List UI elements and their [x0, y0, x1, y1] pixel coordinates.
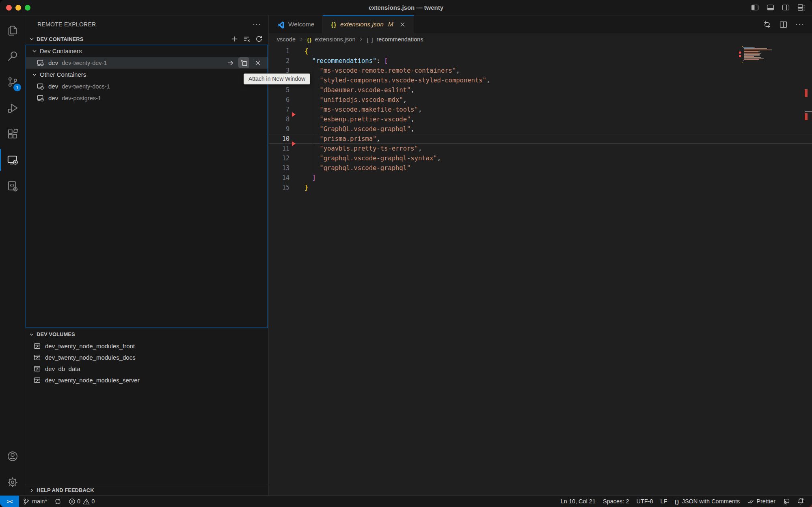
code-line[interactable]: 10 "prisma.prisma",: [269, 134, 812, 144]
code-line[interactable]: 12 "graphql.vscode-graphql-syntax",: [269, 153, 812, 163]
tab-extensions-json[interactable]: {} extensions.json M: [323, 15, 414, 33]
code-line[interactable]: 14 ]: [269, 173, 812, 183]
activity-settings[interactable]: [0, 469, 25, 495]
tree-item-dev-twenty-dev-1[interactable]: dev dev-twenty-dev-1: [26, 57, 268, 69]
explorer-icon: [6, 24, 19, 36]
containers-icon: [6, 180, 19, 192]
section-dev-containers[interactable]: DEV CONTAINERS: [25, 33, 268, 45]
toggle-panel-icon[interactable]: [766, 3, 775, 12]
volume-item[interactable]: dev_twenty_node_modules_docs: [25, 352, 268, 363]
branch-status-item[interactable]: main*: [19, 496, 51, 507]
breadcrumb-file[interactable]: extensions.json: [315, 36, 356, 43]
code-line[interactable]: 7 "ms-vscode.makefile-tools",: [269, 105, 812, 114]
toggle-primary-sidebar-icon[interactable]: [751, 3, 759, 12]
line-number[interactable]: 5: [269, 85, 289, 95]
breadcrumb-symbol[interactable]: recommendations: [376, 36, 423, 43]
line-number[interactable]: 8: [269, 114, 289, 124]
open-changes-icon[interactable]: [763, 20, 771, 29]
minimap[interactable]: [742, 46, 790, 63]
tooltip-attach-new-window: Attach in New Window: [244, 73, 310, 84]
code-line[interactable]: 15}: [269, 183, 812, 192]
window-title: extensions.json — twenty: [0, 4, 812, 11]
activity-run-debug[interactable]: [0, 95, 25, 121]
sidebar-more-actions-icon[interactable]: ···: [253, 20, 261, 29]
code-line[interactable]: 11 "yoavbls.pretty-ts-errors",: [269, 144, 812, 153]
activity-containers[interactable]: [0, 173, 25, 199]
code-line[interactable]: 13 "graphql.vscode-graphql": [269, 163, 812, 173]
code-editor[interactable]: 1{2 "recommendations": [3 "ms-vscode-rem…: [269, 45, 812, 495]
git-modified-badge: M: [388, 21, 393, 28]
code-line[interactable]: 9 "GraphQL.vscode-graphql",: [269, 124, 812, 134]
new-container-icon[interactable]: [231, 35, 238, 43]
clean-containers-icon[interactable]: [243, 35, 251, 43]
account-icon: [6, 450, 19, 462]
code-line[interactable]: 1{: [269, 46, 812, 56]
activity-extensions[interactable]: [0, 121, 25, 147]
line-number[interactable]: 10: [269, 134, 289, 144]
tree-item-dev-postgres-1[interactable]: dev dev-postgres-1: [26, 92, 268, 104]
notifications-item[interactable]: [793, 496, 808, 507]
close-tab-button[interactable]: [400, 22, 406, 28]
section-help-feedback[interactable]: HELP AND FEEDBACK: [25, 485, 268, 495]
split-editor-icon[interactable]: [779, 20, 788, 29]
code-lines: 1{2 "recommendations": [3 "ms-vscode-rem…: [269, 46, 812, 192]
close-window-button[interactable]: [6, 5, 12, 11]
line-number[interactable]: 14: [269, 173, 289, 183]
tree-item-dev-twenty-docs-1[interactable]: dev dev-twenty-docs-1: [26, 80, 268, 92]
line-number[interactable]: 11: [269, 144, 289, 153]
encoding-item[interactable]: UTF-8: [633, 496, 657, 507]
toggle-secondary-sidebar-icon[interactable]: [782, 3, 790, 12]
indentation-item[interactable]: Spaces: 2: [599, 496, 633, 507]
line-number[interactable]: 6: [269, 95, 289, 105]
line-number[interactable]: 13: [269, 163, 289, 173]
line-number[interactable]: 7: [269, 105, 289, 114]
volume-icon: [33, 354, 41, 361]
line-number[interactable]: 15: [269, 183, 289, 192]
eol-item[interactable]: LF: [657, 496, 671, 507]
code-line[interactable]: 8 "esbenp.prettier-vscode",: [269, 114, 812, 124]
zoom-window-button[interactable]: [25, 5, 30, 11]
container-description: dev-twenty-docs-1: [62, 83, 110, 90]
code-line[interactable]: 5 "dbaeumer.vscode-eslint",: [269, 85, 812, 95]
breadcrumb-folder[interactable]: .vscode: [275, 36, 296, 43]
code-line[interactable]: 2 "recommendations": [: [269, 56, 812, 66]
cursor-position-item[interactable]: Ln 10, Col 21: [557, 496, 599, 507]
overview-ruler[interactable]: [805, 45, 812, 495]
editor-more-actions-icon[interactable]: ···: [795, 20, 804, 29]
volume-item[interactable]: dev_twenty_node_modules_front: [25, 340, 268, 352]
gutter-marker-icon: [292, 112, 296, 117]
formatter-item[interactable]: Prettier: [743, 496, 779, 507]
tree-group-other-containers[interactable]: Other Containers: [26, 69, 268, 80]
language-mode-item[interactable]: {} JSON with Comments: [671, 496, 744, 507]
line-number[interactable]: 1: [269, 46, 289, 56]
remote-indicator[interactable]: ><: [0, 496, 19, 507]
tab-welcome[interactable]: Welcome: [269, 15, 323, 33]
code-line[interactable]: 3 "ms-vscode-remote.remote-containers",: [269, 66, 812, 76]
extensions-icon: [6, 128, 19, 140]
code-line[interactable]: 6 "unifiedjs.vscode-mdx",: [269, 95, 812, 105]
section-dev-volumes[interactable]: DEV VOLUMES: [25, 328, 268, 340]
activity-remote-explorer[interactable]: [0, 147, 25, 173]
feedback-item[interactable]: [779, 496, 793, 507]
activity-explorer[interactable]: [0, 17, 25, 43]
minimize-window-button[interactable]: [15, 5, 21, 11]
volume-item[interactable]: dev_twenty_node_modules_server: [25, 374, 268, 386]
line-number[interactable]: 12: [269, 153, 289, 163]
attach-new-window-button[interactable]: [238, 57, 249, 68]
tree-group-dev-containers[interactable]: Dev Containers: [26, 45, 268, 57]
code-line[interactable]: 4 "styled-components.vscode-styled-compo…: [269, 76, 812, 85]
activity-search[interactable]: [0, 43, 25, 69]
customize-layout-icon[interactable]: [797, 3, 806, 12]
refresh-icon[interactable]: [255, 35, 263, 43]
line-number[interactable]: 9: [269, 124, 289, 134]
line-content: "yoavbls.pretty-ts-errors",: [289, 144, 812, 153]
attach-current-window-button[interactable]: [225, 57, 235, 68]
problems-status-item[interactable]: 0 0: [65, 496, 98, 507]
encoding-label: UTF-8: [636, 498, 653, 505]
volume-item[interactable]: dev_db_data: [25, 363, 268, 374]
line-number[interactable]: 2: [269, 56, 289, 66]
activity-source-control[interactable]: 1: [0, 69, 25, 95]
stop-container-button[interactable]: [252, 57, 263, 68]
sync-status-item[interactable]: [51, 496, 65, 507]
activity-account[interactable]: [0, 443, 25, 469]
